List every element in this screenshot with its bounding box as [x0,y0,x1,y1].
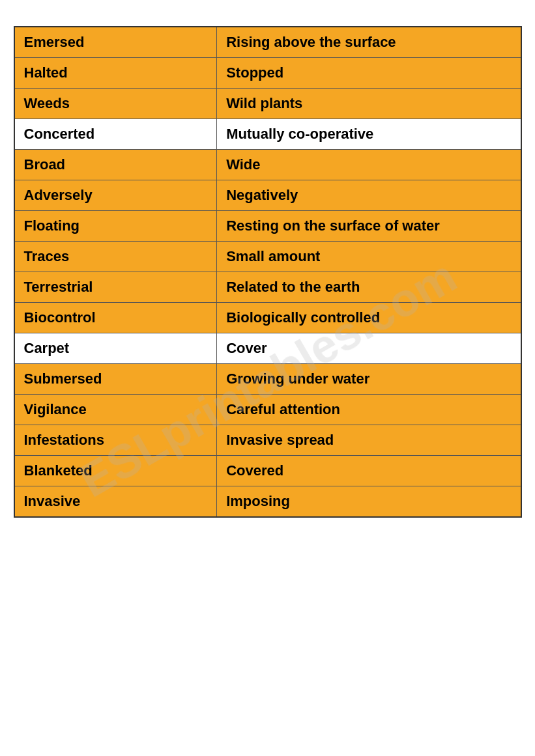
term-cell: Emersed [14,27,217,58]
definition-cell: Small amount [217,242,521,272]
definition-cell: Stopped [217,58,521,89]
term-cell: Weeds [14,89,217,119]
definition-cell: Biologically controlled [217,303,521,333]
table-row: SubmersedGrowing under water [14,364,521,395]
vocab-table: EmersedRising above the surfaceHaltedSto… [14,26,522,518]
table-row: FloatingResting on the surface of water [14,211,521,242]
term-cell: Vigilance [14,395,217,425]
table-row: AdverselyNegatively [14,180,521,211]
term-cell: Submersed [14,364,217,395]
table-row: InfestationsInvasive spread [14,425,521,456]
table-row: BiocontrolBiologically controlled [14,303,521,333]
term-cell: Traces [14,242,217,272]
term-cell: Terrestrial [14,272,217,303]
table-row: VigilanceCareful attention [14,395,521,425]
definition-cell: Covered [217,456,521,486]
definition-cell: Careful attention [217,395,521,425]
table-row: BlanketedCovered [14,456,521,486]
term-cell: Halted [14,58,217,89]
definition-cell: Wide [217,150,521,180]
term-cell: Invasive [14,486,217,518]
table-row: EmersedRising above the surface [14,27,521,58]
table-row: TracesSmall amount [14,242,521,272]
term-cell: Concerted [14,119,217,150]
definition-cell: Wild plants [217,89,521,119]
definition-cell: Related to the earth [217,272,521,303]
term-cell: Carpet [14,333,217,364]
term-cell: Adversely [14,180,217,211]
table-row: BroadWide [14,150,521,180]
table-row: CarpetCover [14,333,521,364]
definition-cell: Rising above the surface [217,27,521,58]
table-row: InvasiveImposing [14,486,521,518]
definition-cell: Imposing [217,486,521,518]
table-row: WeedsWild plants [14,89,521,119]
table-row: ConcertedMutually co-operative [14,119,521,150]
term-cell: Broad [14,150,217,180]
definition-cell: Mutually co-operative [217,119,521,150]
definition-cell: Invasive spread [217,425,521,456]
definition-cell: Negatively [217,180,521,211]
term-cell: Floating [14,211,217,242]
definition-cell: Cover [217,333,521,364]
table-row: TerrestrialRelated to the earth [14,272,521,303]
table-row: HaltedStopped [14,58,521,89]
definition-cell: Growing under water [217,364,521,395]
term-cell: Biocontrol [14,303,217,333]
term-cell: Blanketed [14,456,217,486]
term-cell: Infestations [14,425,217,456]
definition-cell: Resting on the surface of water [217,211,521,242]
